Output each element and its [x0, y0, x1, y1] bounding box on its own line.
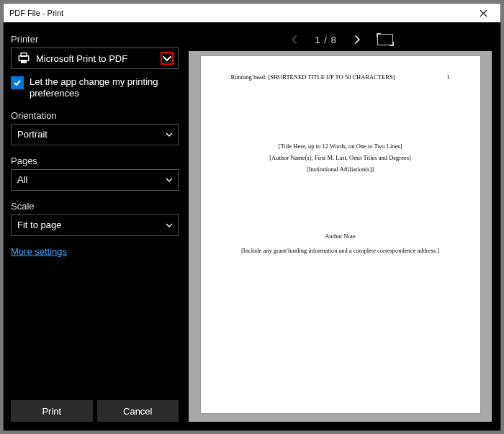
scale-value: Fit to page: [17, 220, 165, 230]
change-prefs-label: Let the app change my printing preferenc…: [30, 76, 179, 100]
orientation-select[interactable]: Portrait: [11, 124, 179, 145]
pages-label: Pages: [11, 155, 179, 166]
doc-author: [Author Name(s), First M. Last, Omit Tit…: [269, 154, 411, 161]
chevron-down-icon: [165, 130, 174, 139]
more-settings-link[interactable]: More settings: [11, 246, 67, 257]
printer-value: Microsoft Print to PDF: [36, 53, 161, 64]
pages-value: All: [17, 174, 165, 185]
chevron-down-icon: [165, 176, 174, 184]
chevron-down-icon: [165, 221, 174, 230]
page-indicator: 1 / 8: [315, 35, 336, 45]
prev-page-button[interactable]: [287, 32, 302, 47]
cancel-button[interactable]: Cancel: [97, 400, 179, 422]
check-icon: [13, 78, 22, 87]
arrow-left-icon: [289, 35, 300, 45]
preview-pane: 1 / 8 Running head: [SHORTENED TITLE UP …: [186, 22, 500, 430]
page-preview: Running head: [SHORTENED TITLE UP TO 50 …: [200, 55, 481, 414]
chevron-down-icon: [162, 53, 172, 63]
current-page: 1: [315, 35, 320, 45]
doc-title: [Title Here, up to 12 Words, on One to T…: [279, 143, 402, 150]
total-pages: 8: [330, 35, 336, 45]
window-title: PDF File - Print: [9, 9, 63, 17]
running-head: Running head: [SHORTENED TITLE UP TO 50 …: [231, 73, 395, 81]
scale-select[interactable]: Fit to page: [11, 214, 179, 236]
close-icon: [480, 9, 487, 17]
arrow-right-icon: [352, 35, 362, 45]
change-prefs-checkbox[interactable]: [11, 76, 24, 89]
next-page-button[interactable]: [350, 32, 364, 47]
fit-to-page-button[interactable]: [377, 34, 393, 45]
scale-label: Scale: [11, 201, 179, 212]
printer-dropdown-chevron-highlight[interactable]: [161, 52, 174, 65]
print-button[interactable]: Print: [11, 400, 93, 422]
pages-select[interactable]: All: [11, 169, 179, 191]
author-note-body: [Include any grant/funding information a…: [241, 247, 439, 254]
print-options-panel: Printer Microsoft Print to PDF Let the a…: [4, 22, 186, 430]
svg-rect-2: [21, 60, 27, 63]
printer-label: Printer: [11, 34, 179, 45]
author-note-heading: Author Note: [325, 232, 356, 240]
orientation-label: Orientation: [11, 110, 179, 121]
doc-affiliation: [Institutional Affiliation(s)]: [307, 166, 374, 173]
preview-toolbar: 1 / 8: [189, 28, 492, 51]
doc-page-number: 1: [446, 73, 449, 81]
page-preview-viewport[interactable]: Running head: [SHORTENED TITLE UP TO 50 …: [189, 51, 492, 422]
orientation-value: Portrait: [17, 129, 165, 140]
print-dialog: PDF File - Print Printer Microsoft Print…: [3, 3, 501, 431]
titlebar: PDF File - Print: [4, 4, 500, 22]
close-button[interactable]: [470, 5, 496, 21]
printer-select[interactable]: Microsoft Print to PDF: [11, 48, 179, 69]
printer-icon: [17, 52, 30, 65]
